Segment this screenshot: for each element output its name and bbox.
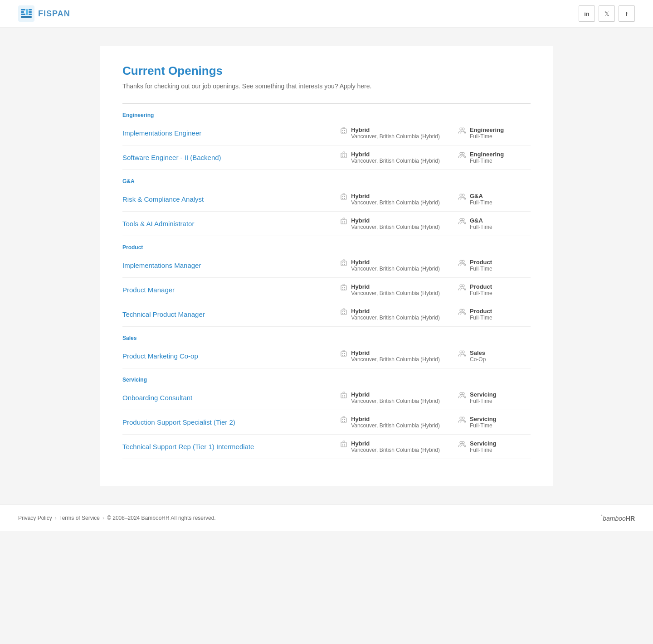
svg-rect-83 (344, 419, 345, 420)
department-icon (458, 350, 466, 359)
job-row[interactable]: Product Manager (122, 278, 531, 302)
location-text-group: Hybrid Vancouver, British Columbia (Hybr… (351, 126, 440, 140)
location-detail: Vancouver, British Columbia (Hybrid) (351, 315, 440, 321)
twitter-icon: 𝕏 (604, 10, 609, 17)
svg-rect-27 (344, 196, 345, 197)
department-name: Engineering (470, 151, 504, 158)
job-row[interactable]: Implementations Manager (122, 253, 531, 278)
department-name: Product (470, 283, 492, 290)
job-row[interactable]: Production Support Specialist (Tier 2) (122, 410, 531, 435)
svg-rect-50 (342, 287, 343, 288)
location-type: Hybrid (351, 193, 440, 199)
terms-of-service-link[interactable]: Terms of Service (59, 515, 100, 521)
facebook-icon: f (626, 10, 628, 17)
department-text-group: Engineering Full-Time (470, 126, 504, 140)
facebook-button[interactable]: f (619, 5, 635, 22)
svg-rect-28 (342, 198, 343, 199)
job-row[interactable]: Onboarding Consultant (122, 386, 531, 410)
category-g-a: G&A (122, 170, 531, 187)
svg-rect-26 (342, 196, 343, 197)
job-meta: Hybrid Vancouver, British Columbia (Hybr… (340, 259, 531, 272)
logo: FISPAN (18, 5, 70, 22)
svg-rect-59 (344, 311, 345, 312)
department-name: Servicing (470, 416, 497, 422)
svg-rect-90 (342, 444, 343, 445)
employment-type: Full-Time (470, 133, 504, 140)
location-detail: Vancouver, British Columbia (Hybrid) (351, 199, 440, 206)
location-type: Hybrid (351, 308, 440, 315)
svg-rect-35 (344, 221, 345, 222)
svg-rect-4 (26, 9, 28, 15)
svg-point-64 (462, 309, 464, 311)
svg-rect-74 (342, 395, 343, 396)
svg-point-40 (462, 218, 464, 221)
svg-rect-13 (344, 132, 345, 133)
svg-rect-17 (341, 153, 346, 158)
svg-rect-66 (342, 353, 343, 354)
job-row[interactable]: Software Engineer - II (Backend) (122, 145, 531, 170)
svg-rect-36 (342, 223, 343, 223)
svg-rect-76 (342, 397, 343, 397)
footer: Privacy Policy › Terms of Service › © 20… (0, 504, 653, 531)
svg-rect-3 (21, 14, 25, 15)
job-title: Product Marketing Co-op (122, 352, 340, 360)
location-icon (340, 218, 347, 227)
location-detail: Vancouver, British Columbia (Hybrid) (351, 356, 440, 363)
svg-point-63 (460, 309, 462, 311)
job-location-meta: Hybrid Vancouver, British Columbia (Hybr… (340, 349, 440, 363)
svg-point-24 (462, 152, 464, 155)
job-row[interactable]: Tools & AI Administrator (122, 212, 531, 236)
svg-rect-42 (342, 262, 343, 263)
svg-rect-84 (342, 421, 343, 422)
privacy-policy-link[interactable]: Privacy Policy (18, 515, 52, 521)
svg-rect-70 (343, 350, 345, 352)
location-type: Hybrid (351, 151, 440, 158)
employment-type: Full-Time (470, 266, 492, 272)
job-meta: Hybrid Vancouver, British Columbia (Hybr… (340, 151, 531, 164)
svg-rect-52 (342, 289, 343, 290)
location-icon (340, 350, 347, 359)
job-location-meta: Hybrid Vancouver, British Columbia (Hybr… (340, 126, 440, 140)
svg-rect-93 (344, 445, 345, 446)
category-product: Product (122, 236, 531, 253)
job-row[interactable]: Product Marketing Co-op (122, 344, 531, 368)
location-text-group: Hybrid Vancouver, British Columbia (Hybr… (351, 283, 440, 296)
svg-rect-46 (343, 260, 345, 261)
svg-point-32 (462, 194, 464, 196)
job-meta: Hybrid Vancouver, British Columbia (Hybr… (340, 193, 531, 206)
job-row[interactable]: Technical Product Manager (122, 302, 531, 327)
category-sales: Sales (122, 327, 531, 344)
job-row[interactable]: Technical Support Rep (Tier 1) Intermedi… (122, 435, 531, 459)
location-icon (340, 284, 347, 293)
bamboohr-logo: *bambooHR (601, 514, 635, 522)
location-detail: Vancouver, British Columbia (Hybrid) (351, 422, 440, 429)
linkedin-button[interactable]: in (579, 5, 595, 22)
svg-point-56 (462, 285, 464, 287)
svg-rect-45 (344, 264, 345, 265)
page-title: Current Openings (122, 64, 531, 78)
svg-rect-92 (342, 445, 343, 446)
twitter-button[interactable]: 𝕏 (599, 5, 615, 22)
department-text-group: Product Full-Time (470, 283, 492, 296)
department-name: Engineering (470, 126, 504, 133)
job-location-meta: Hybrid Vancouver, British Columbia (Hybr… (340, 283, 440, 296)
location-detail: Vancouver, British Columbia (Hybrid) (351, 266, 440, 272)
location-text-group: Hybrid Vancouver, British Columbia (Hybr… (351, 416, 440, 429)
location-text-group: Hybrid Vancouver, British Columbia (Hybr… (351, 440, 440, 453)
job-department-meta: G&A Full-Time (458, 193, 531, 206)
job-row[interactable]: Risk & Compliance Analyst (122, 187, 531, 212)
location-icon (340, 151, 347, 160)
linkedin-icon: in (584, 10, 590, 17)
svg-rect-18 (342, 155, 343, 155)
svg-rect-10 (342, 130, 343, 131)
footer-sep-1: › (55, 515, 57, 521)
employment-type: Full-Time (470, 290, 492, 296)
job-row[interactable]: Implementations Engineer (122, 121, 531, 145)
svg-rect-11 (344, 130, 345, 131)
job-location-meta: Hybrid Vancouver, British Columbia (Hybr… (340, 217, 440, 230)
svg-rect-89 (341, 442, 346, 447)
svg-rect-69 (344, 355, 345, 356)
svg-rect-65 (341, 352, 346, 356)
location-detail: Vancouver, British Columbia (Hybrid) (351, 158, 440, 164)
svg-point-47 (460, 260, 462, 262)
